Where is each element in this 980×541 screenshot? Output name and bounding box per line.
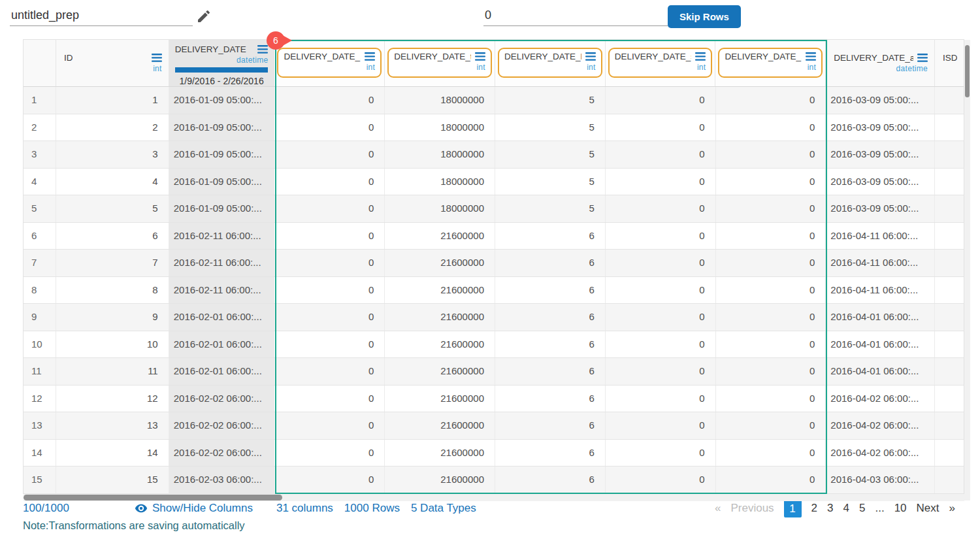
table-cell: 2016-03-09 05:00:... <box>826 114 935 141</box>
table-cell: 0 <box>606 358 716 385</box>
table-cell: 2016-03-09 05:00:... <box>826 87 935 114</box>
selected-column-box[interactable]: DELIVERY_DATE_s... int <box>608 48 713 78</box>
table-cell: 0 <box>606 169 716 195</box>
selected-column-box[interactable]: DELIVERY_DATE_h... int <box>498 48 602 78</box>
table-row: 992016-02-01 06:00:...0216000006002016-0… <box>24 304 964 331</box>
table-cell: 0 <box>606 412 716 439</box>
pagination-page-2[interactable]: 2 <box>811 502 817 515</box>
table-cell <box>935 304 964 331</box>
column-menu-icon[interactable] <box>585 52 596 61</box>
prep-name-input[interactable] <box>10 5 193 26</box>
table-cell: 0 <box>606 385 716 412</box>
table-cell: 18000000 <box>385 87 495 114</box>
table-cell: 0 <box>274 412 385 439</box>
table-cell: 2016-04-02 06:00:... <box>826 412 935 439</box>
vertical-scrollbar-thumb[interactable] <box>965 45 970 97</box>
column-header-delivery-date-2: DELIVERY_DATE_... int <box>715 40 826 86</box>
pagination-page-...[interactable]: ... <box>875 502 884 515</box>
table-cell: 2016-04-11 06:00:... <box>826 250 935 276</box>
row-number-cell: 12 <box>24 385 56 412</box>
table-cell: 1 <box>56 87 169 114</box>
pagination-page-1[interactable]: 1 <box>784 500 802 517</box>
column-header-isde[interactable]: ISDE <box>935 40 964 86</box>
column-header-delivery-date-h: DELIVERY_DATE_h... int <box>495 40 606 86</box>
pagination-first-button[interactable]: « <box>715 502 721 515</box>
table-cell <box>935 169 964 195</box>
column-menu-icon[interactable] <box>475 52 485 61</box>
column-header-delivery-date-ti: DELIVERY_DATE_ti... int <box>385 40 495 86</box>
table-cell: 0 <box>716 358 826 385</box>
table-cell: 21600000 <box>385 385 495 412</box>
table-cell: 2016-04-11 06:00:... <box>826 223 935 250</box>
table-cell: 3 <box>56 141 169 168</box>
column-name: ISDE <box>943 53 957 63</box>
table-cell: 13 <box>56 412 169 439</box>
table-cell: 6 <box>495 223 606 250</box>
pagination-page-4[interactable]: 4 <box>843 502 849 515</box>
skip-rows-input[interactable] <box>483 5 668 26</box>
table-cell: 2016-02-01 06:00:... <box>169 331 275 358</box>
row-number-cell: 13 <box>24 412 56 439</box>
column-type: int <box>725 63 816 72</box>
table-cell: 5 <box>495 169 606 195</box>
datatypes-count: 5 Data Types <box>411 502 476 515</box>
column-name: DELIVERY_DATE <box>175 44 246 54</box>
table-cell: 0 <box>274 467 385 493</box>
show-hide-columns-button[interactable]: Show/Hide Columns <box>135 502 253 515</box>
pagination-page-5[interactable]: 5 <box>859 502 865 515</box>
column-type: datetime <box>175 56 269 65</box>
table-cell: 0 <box>716 250 826 276</box>
column-menu-icon[interactable] <box>365 52 375 61</box>
table-cell: 2 <box>56 114 169 141</box>
table-cell: 2016-02-03 06:00:... <box>169 467 275 493</box>
table-cell: 0 <box>716 440 826 467</box>
pagination-previous-button[interactable]: Previous <box>730 502 774 515</box>
vertical-scrollbar[interactable] <box>964 40 970 500</box>
column-menu-icon[interactable] <box>806 52 816 61</box>
edit-pencil-icon[interactable] <box>196 8 212 24</box>
table-cell: 2016-02-01 06:00:... <box>169 358 275 385</box>
table-cell: 0 <box>274 250 385 276</box>
table-cell <box>935 412 964 439</box>
column-menu-icon[interactable] <box>152 54 162 62</box>
column-header-id[interactable]: ID int <box>56 40 169 86</box>
column-type: int <box>284 63 375 72</box>
column-header-delivery-date-a[interactable]: DELIVERY_DATE_a... datetime <box>826 40 935 86</box>
table-cell <box>935 385 964 412</box>
table-cell: 0 <box>606 250 716 276</box>
pagination-page-10[interactable]: 10 <box>894 502 907 515</box>
table-cell: 0 <box>716 331 826 358</box>
pagination-page-3[interactable]: 3 <box>827 502 833 515</box>
selected-column-box[interactable]: DELIVERY_DATE_... int <box>718 48 823 78</box>
selected-column-box[interactable]: DELIVERY_DATE_ti... int <box>387 48 492 78</box>
horizontal-scrollbar-thumb[interactable] <box>24 495 282 500</box>
pagination: « Previous 12345...10 Next » <box>715 500 955 517</box>
pagination-last-button[interactable]: » <box>949 502 955 515</box>
table-cell: 14 <box>56 440 169 467</box>
table-cell <box>935 195 964 222</box>
pagination-next-button[interactable]: Next <box>917 502 939 515</box>
table-row: 442016-01-09 05:00:...0180000005002016-0… <box>24 169 964 196</box>
table-cell: 2016-02-11 06:00:... <box>169 250 275 276</box>
column-menu-icon[interactable] <box>917 54 928 62</box>
table-row: 772016-02-11 06:00:...0216000006002016-0… <box>24 250 964 277</box>
table-cell: 0 <box>274 331 385 358</box>
column-name: DELIVERY_DATE_ti... <box>394 52 471 61</box>
table-cell: 0 <box>716 114 826 141</box>
table-cell: 2016-04-02 06:00:... <box>826 385 935 412</box>
skip-rows-button[interactable]: Skip Rows <box>668 5 741 28</box>
column-menu-icon[interactable] <box>695 52 706 61</box>
horizontal-scrollbar[interactable] <box>24 494 964 501</box>
table-cell: 21600000 <box>385 304 495 331</box>
table-cell: 0 <box>606 304 716 331</box>
table-cell: 2016-04-01 06:00:... <box>826 331 935 358</box>
table-cell <box>935 277 964 304</box>
data-grid: ID int DELIVERY_DATE datetime 1/9/2016 -… <box>23 39 964 494</box>
row-number-cell: 7 <box>24 250 56 276</box>
table-body: 112016-01-09 05:00:...0180000005002016-0… <box>24 87 964 494</box>
selected-column-box[interactable]: DELIVERY_DATE_... int <box>277 48 382 78</box>
table-cell: 0 <box>274 385 385 412</box>
table-row: 15152016-02-03 06:00:...0216000006002016… <box>24 467 964 494</box>
table-cell: 18000000 <box>385 114 495 141</box>
column-header-delivery-date[interactable]: DELIVERY_DATE datetime 1/9/2016 - 2/26/2… <box>169 40 275 86</box>
